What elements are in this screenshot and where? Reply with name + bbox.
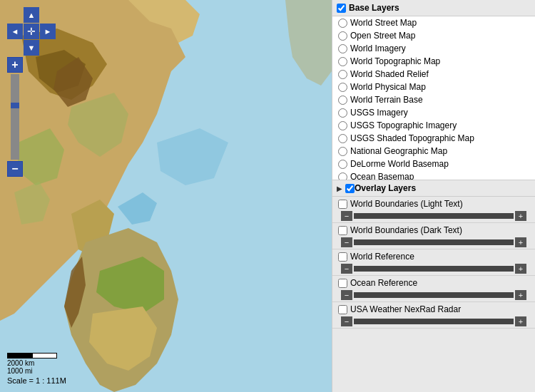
base-layer-label: World Terrain Base <box>350 95 423 105</box>
overlay-item: World Reference−+ <box>332 249 535 276</box>
base-layer-label: World Shaded Relief <box>350 69 429 79</box>
overlay-item-label: World Boundaries (Dark Text) <box>350 225 462 235</box>
base-layer-item[interactable]: National Geographic Map <box>332 145 535 158</box>
overlay-opacity-decrease-button[interactable]: − <box>341 290 352 300</box>
nav-center-button[interactable]: ✛ <box>24 24 39 39</box>
nav-up-button[interactable]: ▲ <box>24 7 39 23</box>
overlay-opacity-slider[interactable] <box>354 266 514 272</box>
base-layer-item[interactable]: DeLorme World Basemap <box>332 158 535 170</box>
base-layer-item[interactable]: World Imagery <box>332 42 535 55</box>
overlay-slider-row: −+ <box>338 210 529 222</box>
base-layer-label: USGS Imagery <box>350 108 408 118</box>
overlay-item: World Boundaries (Light Text)−+ <box>332 197 535 223</box>
zoom-out-button[interactable]: − <box>7 161 23 177</box>
base-layer-label: World Imagery <box>350 43 406 53</box>
overlay-arrow-icon: ▶ <box>337 185 342 192</box>
base-layer-radio[interactable] <box>338 31 347 41</box>
overlay-item-label: Ocean Reference <box>350 278 417 288</box>
base-layer-radio[interactable] <box>338 160 347 169</box>
overlay-item-label: World Boundaries (Light Text) <box>350 199 463 209</box>
overlay-opacity-decrease-button[interactable]: − <box>341 211 352 221</box>
overlay-opacity-slider[interactable] <box>354 319 514 324</box>
base-layer-item[interactable]: World Terrain Base <box>332 93 535 106</box>
overlay-layers-title: Overlay Layers <box>355 183 416 193</box>
base-layer-label: World Physical Map <box>350 82 426 92</box>
overlay-opacity-decrease-button[interactable]: − <box>341 316 352 326</box>
base-layer-radio[interactable] <box>338 96 347 105</box>
right-panel: Base Layers World Street MapOpen Street … <box>332 0 535 392</box>
overlay-opacity-increase-button[interactable]: + <box>515 290 526 300</box>
base-layer-label: National Geographic Map <box>350 146 447 156</box>
scale-mi-label: 1000 mi <box>7 367 66 375</box>
nav-left-button[interactable]: ◄ <box>7 24 23 39</box>
base-layer-radio[interactable] <box>338 108 347 118</box>
base-layers-checkbox[interactable] <box>337 4 346 13</box>
overlay-item-checkbox[interactable] <box>338 279 347 288</box>
overlay-opacity-decrease-button[interactable]: − <box>341 264 352 274</box>
overlay-slider-row: −+ <box>338 237 529 248</box>
base-layer-label: Open Street Map <box>350 31 415 41</box>
overlay-opacity-slider[interactable] <box>354 239 514 245</box>
zoom-slider-track[interactable] <box>11 74 19 160</box>
base-layer-item[interactable]: USGS Topographic Imagery <box>332 119 535 132</box>
scale-text: Scale = 1 : 111M <box>7 376 66 385</box>
base-layer-radio[interactable] <box>338 134 347 143</box>
base-layer-item[interactable]: World Street Map <box>332 16 535 29</box>
overlay-item-header: World Boundaries (Dark Text) <box>338 225 529 235</box>
base-layer-item[interactable]: World Shaded Relief <box>332 68 535 81</box>
scale-segment-1 <box>7 353 32 359</box>
overlay-item-checkbox[interactable] <box>338 226 347 235</box>
overlay-item: World Boundaries (Dark Text)−+ <box>332 223 535 249</box>
overlay-opacity-increase-button[interactable]: + <box>515 237 526 247</box>
nav-down-button[interactable]: ▼ <box>24 40 39 56</box>
base-layer-item[interactable]: USGS Imagery <box>332 106 535 119</box>
overlay-item-header: World Reference <box>338 252 529 262</box>
overlay-layers-list: World Boundaries (Light Text)−+World Bou… <box>332 197 535 392</box>
scale-bar: 2000 km 1000 mi Scale = 1 : 111M <box>7 353 66 385</box>
base-layer-label: DeLorme World Basemap <box>350 159 449 169</box>
map-area: ▲ ◄ ✛ ► ▼ + − 2000 km <box>0 0 332 392</box>
overlay-item-header: World Boundaries (Light Text) <box>338 199 529 209</box>
overlay-opacity-increase-button[interactable]: + <box>515 264 526 274</box>
base-layer-radio[interactable] <box>338 70 347 79</box>
overlay-layers-checkbox[interactable] <box>345 184 355 193</box>
overlay-item-checkbox[interactable] <box>338 200 347 209</box>
base-layer-label: World Street Map <box>350 18 417 28</box>
base-layer-item[interactable]: Open Street Map <box>332 29 535 42</box>
overlay-opacity-increase-button[interactable]: + <box>515 316 526 326</box>
overlay-opacity-increase-button[interactable]: + <box>515 211 526 221</box>
overlay-layers-header: ▶ Overlay Layers <box>332 180 535 197</box>
overlay-item-checkbox[interactable] <box>338 305 347 314</box>
base-layer-radio[interactable] <box>338 121 347 130</box>
nav-right-button[interactable]: ► <box>40 24 56 39</box>
base-layer-label: Ocean Basemap <box>350 172 414 180</box>
base-layer-item[interactable]: World Physical Map <box>332 81 535 93</box>
base-layer-label: USGS Shaded Topographic Map <box>350 133 474 143</box>
nav-controls: ▲ ◄ ✛ ► ▼ <box>7 7 56 56</box>
base-layer-item[interactable]: USGS Shaded Topographic Map <box>332 132 535 145</box>
overlay-opacity-slider[interactable] <box>354 213 514 219</box>
scale-segment-2 <box>32 353 57 359</box>
base-layer-radio[interactable] <box>338 19 347 28</box>
scale-km-label: 2000 km <box>7 359 66 367</box>
overlay-opacity-decrease-button[interactable]: − <box>341 237 352 247</box>
base-layers-section: Base Layers World Street MapOpen Street … <box>332 0 535 180</box>
overlay-item-header: Ocean Reference <box>338 278 529 288</box>
overlay-item-checkbox[interactable] <box>338 252 347 262</box>
overlay-item-label: World Reference <box>350 252 414 262</box>
base-layer-radio[interactable] <box>338 57 347 66</box>
base-layer-item[interactable]: Ocean Basemap <box>332 170 535 180</box>
base-layers-title: Base Layers <box>349 3 399 13</box>
overlay-opacity-slider[interactable] <box>354 292 514 298</box>
app: ▲ ◄ ✛ ► ▼ + − 2000 km <box>0 0 535 392</box>
base-layer-radio[interactable] <box>338 172 347 181</box>
zoom-in-button[interactable]: + <box>7 57 23 73</box>
base-layer-label: USGS Topographic Imagery <box>350 120 457 130</box>
overlay-slider-row: −+ <box>338 263 529 274</box>
base-layer-radio[interactable] <box>338 83 347 92</box>
base-layer-radio[interactable] <box>338 147 347 156</box>
overlay-item-header: USA Weather NexRad Radar <box>338 304 529 314</box>
base-layer-item[interactable]: World Topographic Map <box>332 55 535 68</box>
base-layer-radio[interactable] <box>338 44 347 53</box>
overlay-section: ▶ Overlay Layers World Boundaries (Light… <box>332 180 535 392</box>
